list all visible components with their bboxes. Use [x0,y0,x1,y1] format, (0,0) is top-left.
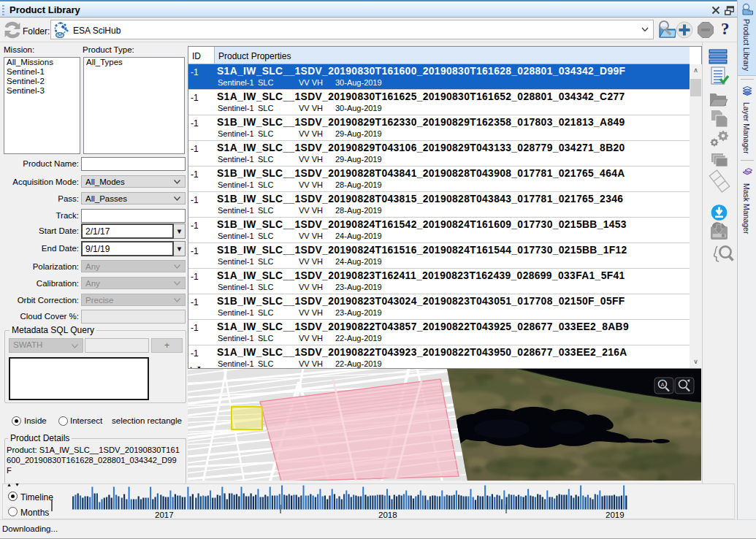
svg-text:A: A [661,382,665,387]
